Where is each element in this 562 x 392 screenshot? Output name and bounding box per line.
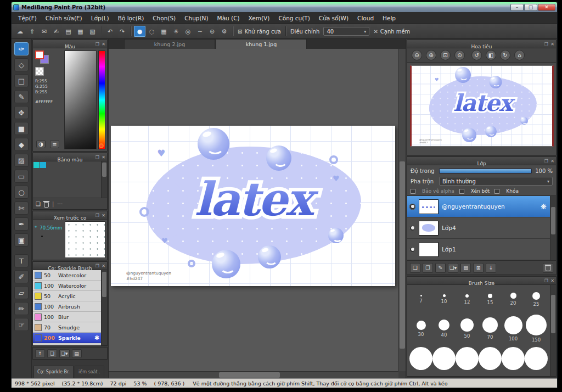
drawing-canvas[interactable]: latex latex ♥ ♥ ♥ @ng	[111, 126, 395, 286]
brush-size-option[interactable]: 50	[456, 316, 479, 341]
text-tool[interactable]: T	[14, 254, 29, 267]
curve-icon[interactable]: ∼	[194, 26, 206, 37]
scrollbar-thumb[interactable]	[551, 207, 555, 234]
background-color-swatch[interactable]	[35, 67, 44, 76]
scrollbar-thumb[interactable]	[102, 272, 106, 297]
marquee-tool[interactable]: ▭	[14, 170, 29, 183]
scatter-icon[interactable]: ✳	[170, 26, 182, 37]
brush-size-option[interactable]: 25	[525, 287, 548, 312]
menu-snap[interactable]: Chụp(N)	[180, 12, 212, 24]
menu-select[interactable]: Chọn(S)	[148, 12, 180, 24]
visibility-icon[interactable]	[409, 225, 415, 231]
double-ring-icon[interactable]: ⊚	[206, 26, 218, 37]
adjust-dropdown[interactable]: 40 ▾	[323, 27, 369, 36]
menu-help[interactable]: Help	[378, 12, 400, 24]
menu-cloud[interactable]: Cloud	[353, 12, 378, 24]
select-eraser-tool[interactable]: ▱	[14, 286, 29, 299]
dock-tab-control[interactable]: iểm soát .	[75, 366, 104, 378]
folder-icon[interactable]: ▤	[460, 263, 471, 273]
brush-size-option[interactable]: 30	[409, 316, 432, 341]
menu-window[interactable]: Cửa sổ(W)	[314, 12, 353, 24]
gradient-tool[interactable]: ▨	[14, 154, 29, 167]
brush-size-option[interactable]: 70	[479, 316, 502, 341]
close-icon[interactable]: ✕	[550, 41, 554, 48]
new-palette-icon[interactable]: ❏	[36, 201, 41, 207]
merge-layer-icon[interactable]: ⊞	[473, 263, 484, 273]
rect-select-tool[interactable]: □	[14, 74, 29, 87]
layer-row[interactable]: Lớp1	[407, 239, 550, 260]
blend-mode-dropdown[interactable]: Bình thường ▾	[439, 177, 553, 186]
page-edit-icon[interactable]: ▧	[87, 26, 98, 37]
scrollbar-thumb[interactable]	[400, 161, 405, 348]
page-icon[interactable]: ▤	[63, 26, 74, 37]
visibility-icon[interactable]	[409, 247, 415, 253]
antialias-checkbox-icon[interactable]: ⊠	[238, 29, 242, 35]
close-icon[interactable]: ✕	[102, 154, 105, 161]
palette-swatch[interactable]	[40, 162, 46, 168]
scrollbar-thumb[interactable]	[102, 163, 106, 177]
primary-color-swatch[interactable]	[35, 51, 44, 59]
menu-layer[interactable]: Lớp(L)	[87, 12, 114, 24]
menu-tools[interactable]: Công cụ(T)	[274, 12, 314, 24]
scissors-tool[interactable]: ✄	[14, 201, 29, 215]
bucket-tool[interactable]: ◆	[14, 138, 29, 151]
saturation-value-picker[interactable]	[64, 51, 97, 149]
brush-settings-gear-icon[interactable]: ✱	[94, 334, 99, 341]
brush-size-option[interactable]	[432, 345, 456, 371]
brush-item[interactable]: 100 Blur	[33, 312, 101, 322]
annotate-icon[interactable]: ✍	[50, 26, 62, 37]
navigator-preview[interactable]: latex latex ♥ @nguyentrantuquyen #hd247	[410, 65, 554, 147]
new-layer-icon[interactable]: ❏	[410, 263, 420, 273]
upload-brush-icon[interactable]: ↑	[35, 349, 45, 358]
brush-circle-icon[interactable]: ●	[134, 26, 145, 37]
eraser-tool[interactable]: ◇	[14, 58, 29, 71]
opacity-slider[interactable]	[439, 169, 532, 173]
brush-size-option[interactable]: 10	[432, 287, 456, 312]
hue-marker[interactable]	[99, 143, 104, 148]
popout-icon[interactable]: ❐	[544, 277, 548, 284]
select-pen-tool[interactable]: ✐	[14, 270, 29, 283]
brush-menu-icon[interactable]: ❏▾	[59, 349, 70, 358]
lock-checkbox[interactable]	[494, 189, 499, 194]
transfer-layer-icon[interactable]: ↓	[486, 263, 496, 273]
shape-brush-tool[interactable]: ■	[14, 122, 29, 135]
popout-icon[interactable]: ❐	[544, 41, 548, 48]
duplicate-layer-icon[interactable]: ❐	[423, 263, 433, 273]
brush-size-option[interactable]: 15	[479, 287, 502, 312]
softedge-x-icon[interactable]: ✕	[373, 29, 378, 35]
stamp-tool[interactable]: ▣	[14, 233, 29, 247]
close-icon[interactable]: ✕	[102, 212, 105, 219]
color-wheel-icon[interactable]: ◑	[36, 140, 46, 148]
brush-size-option[interactable]	[456, 345, 479, 371]
close-button[interactable]: ✕	[538, 4, 555, 11]
brush-item[interactable]: 100 Watercolor	[33, 281, 101, 291]
visibility-icon[interactable]	[409, 204, 415, 210]
layer-list-scrollbar[interactable]	[550, 196, 556, 260]
trash-icon[interactable]	[44, 202, 49, 208]
minimize-button[interactable]: –	[510, 4, 524, 11]
brush-list-scrollbar[interactable]	[101, 270, 107, 345]
fit-screen-icon[interactable]: ⊡	[440, 50, 451, 60]
brush-size-option[interactable]: 7	[409, 287, 432, 312]
maximize-button[interactable]: □	[524, 4, 537, 11]
rotate-right-icon[interactable]: ↻	[500, 50, 510, 60]
scrollbar-thumb[interactable]	[219, 372, 280, 378]
brush-size-option[interactable]: 12	[456, 287, 479, 312]
popout-icon[interactable]: ❐	[95, 154, 99, 161]
brush-size-option[interactable]	[525, 345, 548, 371]
brush-item[interactable]: 100 Airbrush	[33, 301, 101, 312]
add-layer-menu-icon[interactable]: ❏▾	[448, 263, 458, 273]
brush-size-option[interactable]: 20	[502, 287, 525, 312]
dock-tab-brush[interactable]: Cọ: Sparkle Br.	[33, 366, 74, 378]
canvas-viewport[interactable]: latex latex ♥ ♥ ♥ @ng	[109, 49, 406, 378]
palette-grid[interactable]	[33, 161, 101, 198]
reset-view-icon[interactable]: ⌂	[514, 50, 525, 60]
delete-layer-button[interactable]	[543, 263, 553, 273]
brush-tool[interactable]: ✑	[14, 42, 29, 55]
layer-settings-icon[interactable]: ✎	[435, 263, 446, 273]
brush-item-selected[interactable]: 200 Sparkle ✱	[33, 333, 101, 343]
menu-file[interactable]: Tệp(F)	[14, 12, 41, 24]
menu-filter[interactable]: Bộ lọc(R)	[114, 12, 149, 24]
control-pen-tool[interactable]: ✒	[14, 217, 29, 231]
color-sliders-icon[interactable]: ≡	[50, 140, 59, 148]
